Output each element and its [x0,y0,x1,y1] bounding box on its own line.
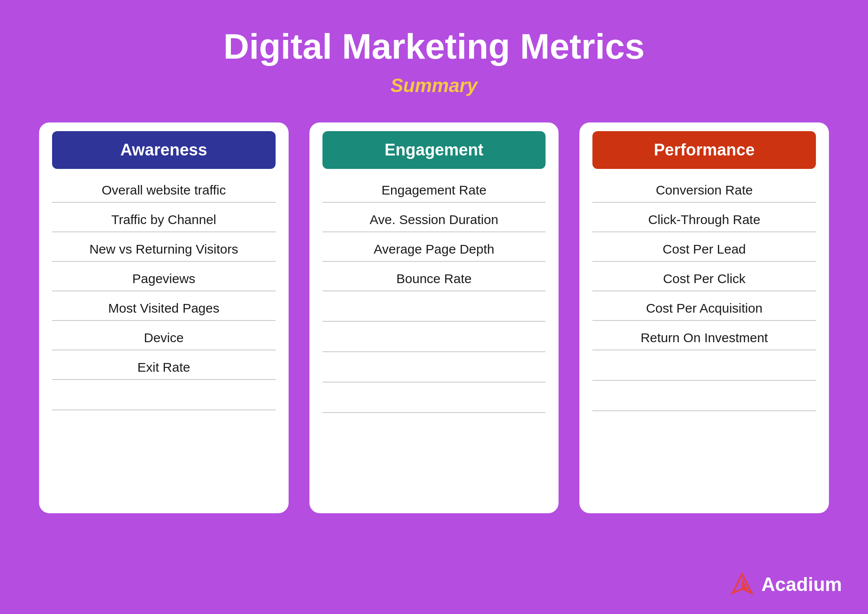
list-item: Bounce Rate [322,262,546,291]
list-item: Device [52,321,276,350]
empty-row [322,352,546,383]
empty-row [322,383,546,413]
acadium-logo-icon [730,572,754,597]
performance-card: Performance Conversion Rate Click-Throug… [579,122,829,513]
list-item: Return On Investment [592,321,816,350]
list-item: Overall website traffic [52,173,276,203]
awareness-items: Overall website traffic Traffic by Chann… [39,173,289,410]
empty-row [592,350,816,381]
awareness-card: Awareness Overall website traffic Traffi… [39,122,289,513]
list-item: Click-Through Rate [592,203,816,232]
empty-row [52,380,276,410]
logo-text: Acadium [761,574,842,595]
performance-header: Performance [592,131,816,169]
list-item: Engagement Rate [322,173,546,203]
list-item: Conversion Rate [592,173,816,203]
list-item: Cost Per Acquisition [592,291,816,321]
list-item: Ave. Session Duration [322,203,546,232]
page-title: Digital Marketing Metrics [224,26,645,67]
engagement-items: Engagement Rate Ave. Session Duration Av… [309,173,559,413]
cards-container: Awareness Overall website traffic Traffi… [39,122,829,513]
empty-row [322,291,546,322]
list-item: Most Visited Pages [52,291,276,321]
engagement-header: Engagement [322,131,546,169]
list-item: New vs Returning Visitors [52,232,276,262]
list-item: Exit Rate [52,350,276,380]
list-item: Average Page Depth [322,232,546,262]
list-item: Cost Per Lead [592,232,816,262]
awareness-header: Awareness [52,131,276,169]
empty-row [322,322,546,352]
empty-row [592,381,816,411]
page-subtitle: Summary [391,75,478,96]
list-item: Traffic by Channel [52,203,276,232]
performance-items: Conversion Rate Click-Through Rate Cost … [579,173,829,411]
logo-area: Acadium [730,572,842,597]
engagement-card: Engagement Engagement Rate Ave. Session … [309,122,559,513]
list-item: Pageviews [52,262,276,291]
list-item: Cost Per Click [592,262,816,291]
